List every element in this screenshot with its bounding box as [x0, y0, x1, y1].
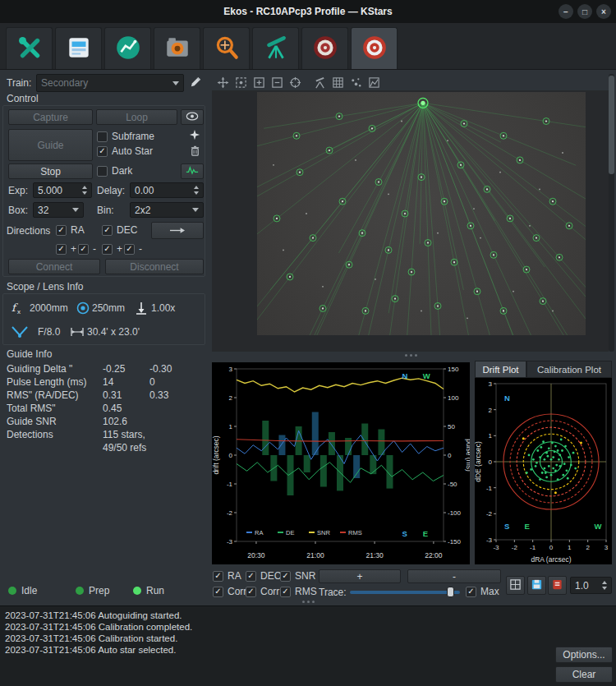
checkbox-box: ✓	[97, 146, 108, 157]
stars-overlay-icon[interactable]	[348, 75, 363, 90]
fov-value: 30.4' x 23.0'	[87, 326, 140, 338]
tab-calibration-plot[interactable]: Calibration Plot	[526, 361, 612, 378]
svg-text:x: x	[17, 308, 21, 315]
max-checkbox[interactable]: ✓Max	[466, 586, 499, 597]
grid-icon[interactable]	[330, 75, 345, 90]
fits-vertical-scrollbar[interactable]	[609, 74, 614, 352]
svg-text:DE: DE	[286, 529, 294, 536]
trace-slider[interactable]	[350, 591, 460, 594]
ra-plot-checkbox[interactable]: ✓RA	[213, 570, 241, 582]
guide-info-row: Total RMS"0.45	[7, 402, 205, 415]
delay-value: 0.00	[135, 185, 154, 196]
svg-text:W: W	[594, 522, 601, 531]
mount-overlay-icon[interactable]	[312, 75, 327, 90]
stop-button[interactable]: Stop	[8, 163, 93, 179]
bin-combo[interactable]: 2x2	[130, 202, 204, 218]
box-value: 32	[38, 205, 48, 216]
tab-drift-plot[interactable]: Drift Plot	[475, 361, 526, 378]
clear-log-button[interactable]: Clear	[555, 666, 613, 683]
guide-info-section-title: Guide Info	[7, 348, 52, 360]
zoom-fit-icon[interactable]	[233, 75, 248, 90]
horizontal-splitter[interactable]	[212, 352, 609, 358]
snr-plot-checkbox[interactable]: ✓SNR	[280, 570, 315, 582]
accuracy-radius-spinbox[interactable]: 1.0	[570, 577, 612, 594]
tab-mount[interactable]	[252, 27, 299, 69]
disconnect-button[interactable]: Disconnect	[105, 259, 204, 274]
delay-spinbox[interactable]: 0.00	[130, 182, 204, 198]
zoom-out-graph-button[interactable]: -	[407, 569, 501, 583]
tab-scheduler[interactable]	[104, 27, 151, 69]
max-label: Max	[480, 586, 499, 597]
svg-text:3: 3	[605, 544, 609, 551]
svg-text:N: N	[402, 371, 408, 380]
tab-capture[interactable]	[154, 27, 200, 69]
tab-align[interactable]	[301, 27, 348, 69]
options-button[interactable]: Options...	[555, 647, 613, 663]
clear-calibration-button[interactable]	[186, 145, 204, 159]
rms-plot-checkbox[interactable]: ✓RMS	[280, 586, 317, 597]
svg-text:-2: -2	[486, 510, 493, 518]
tab-ccd[interactable]	[55, 27, 102, 69]
tab-focus[interactable]	[203, 27, 250, 69]
pan-icon[interactable]	[215, 75, 230, 90]
zoom-out-icon[interactable]	[269, 75, 284, 90]
ra-corr-checkbox[interactable]: ✓Corr	[213, 586, 246, 597]
svg-text:2: 2	[229, 394, 233, 402]
bin-label: Bin:	[97, 205, 114, 216]
exposure-spinbox[interactable]: 5.000	[33, 182, 92, 198]
guide-starfield-view[interactable]	[257, 92, 586, 335]
ekos-window: Ekos - RC10APcp3 Profile — KStars − □ × …	[0, 0, 616, 686]
preview-button[interactable]	[181, 109, 204, 125]
fov-icon	[70, 325, 85, 339]
tab-guide[interactable]	[351, 27, 398, 69]
guide-button[interactable]: Guide	[8, 129, 93, 161]
zoom-in-icon[interactable]	[251, 75, 266, 90]
loop-button[interactable]: Loop	[96, 109, 177, 125]
guide-info-row: Guide SNR102.6	[7, 415, 205, 428]
export-graph-button[interactable]	[527, 576, 546, 595]
subframe-checkbox[interactable]: Subframe	[97, 131, 154, 142]
image-histogram-icon[interactable]	[366, 75, 381, 90]
svg-text:W: W	[423, 371, 430, 380]
dark-checkbox[interactable]: Dark	[97, 165, 132, 177]
log-view[interactable]: 2023-07-31T21:45:06 Autoguiding started.…	[0, 605, 616, 686]
autoscale-graph-button[interactable]	[506, 576, 525, 595]
close-button[interactable]: ×	[596, 4, 611, 19]
train-combo[interactable]: Secondary	[36, 74, 184, 92]
guide-graph-button[interactable]	[181, 163, 204, 179]
svg-text:E: E	[525, 522, 530, 531]
dec-plot-checkbox[interactable]: ✓DEC	[246, 570, 281, 582]
log-splitter[interactable]	[0, 599, 616, 605]
capture-button[interactable]: Capture	[8, 109, 93, 125]
trace-slider-handle[interactable]	[447, 587, 454, 597]
dec-direction-checkbox[interactable]: ✓DEC	[102, 224, 137, 236]
box-combo[interactable]: 32	[33, 202, 84, 218]
reducer-value: 1.00x	[151, 302, 175, 314]
titlebar[interactable]: Ekos - RC10APcp3 Profile — KStars − □ ×	[0, 0, 616, 23]
connect-button[interactable]: Connect	[8, 259, 100, 274]
dec-corr-checkbox[interactable]: ✓Corr	[246, 586, 279, 597]
ra-plus-checkbox[interactable]: ✓+	[56, 243, 76, 255]
dark-label: Dark	[112, 165, 132, 177]
scrollbar-thumb[interactable]	[609, 76, 614, 174]
minimize-button[interactable]: −	[559, 4, 573, 19]
red-card-icon	[551, 578, 563, 593]
tab-setup[interactable]	[6, 27, 53, 69]
center-crosshair-icon[interactable]	[287, 75, 302, 90]
minus-label: -	[139, 243, 142, 255]
edit-train-button[interactable]	[187, 74, 205, 92]
svg-text:0: 0	[489, 458, 493, 466]
dec-minus-checkbox[interactable]: ✓-	[124, 243, 142, 255]
pencil-icon	[190, 76, 202, 90]
guide-history-button[interactable]	[548, 576, 567, 595]
dec-plus-checkbox[interactable]: ✓+	[102, 243, 122, 255]
ra-direction-checkbox[interactable]: ✓RA	[56, 224, 85, 236]
maximize-button[interactable]: □	[577, 4, 592, 19]
zoom-in-graph-button[interactable]: +	[319, 569, 401, 583]
ra-minus-checkbox[interactable]: ✓-	[78, 243, 96, 255]
manual-pulse-button[interactable]	[151, 222, 204, 239]
drift-plot-panel[interactable]: -3-2-10123-3-2-10123dRA (arcsec)dDE (arc…	[475, 378, 612, 564]
guide-drift-graph[interactable]: -3-2-10123-150-100-5005010015020:3021:00…	[212, 362, 470, 564]
autostar-checkbox[interactable]: ✓Auto Star	[97, 145, 153, 157]
one-pulse-button[interactable]	[186, 128, 204, 143]
